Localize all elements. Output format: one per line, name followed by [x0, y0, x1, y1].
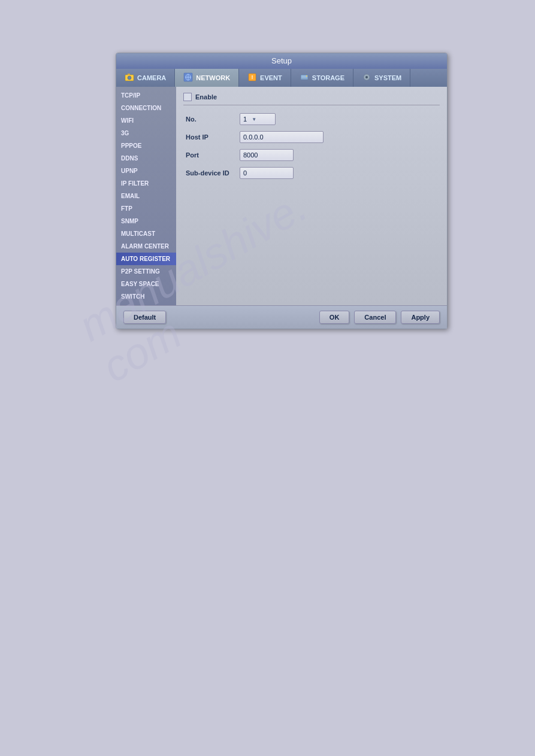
- form-row-no: No. 1: [183, 110, 440, 128]
- apply-button[interactable]: Apply: [401, 311, 440, 324]
- sidebar-item-multicast[interactable]: MULTICAST: [116, 227, 176, 240]
- tab-event[interactable]: ! EVENT: [239, 69, 291, 87]
- sidebar-item-ddns[interactable]: DDNS: [116, 152, 176, 165]
- tab-bar: CAMERA NETWORK ! EVENT: [116, 69, 447, 87]
- tab-camera-label: CAMERA: [137, 74, 166, 81]
- system-icon: [362, 72, 371, 83]
- tab-system-label: SYSTEM: [374, 74, 401, 81]
- sidebar-item-tcp-ip[interactable]: TCP/IP: [116, 89, 176, 102]
- form-row-sub-device-id: Sub-device ID: [183, 164, 440, 182]
- enable-label: Enable: [195, 93, 217, 101]
- svg-text:!: !: [252, 74, 253, 80]
- sidebar-item-ip-filter[interactable]: IP FILTER: [116, 177, 176, 190]
- sidebar-item-snmp[interactable]: SNMP: [116, 215, 176, 227]
- svg-rect-2: [128, 74, 130, 75]
- event-icon: !: [247, 72, 257, 83]
- label-port: Port: [183, 146, 237, 164]
- tab-storage[interactable]: STORAGE: [291, 69, 353, 87]
- sidebar-item-upnp[interactable]: UPNP: [116, 165, 176, 177]
- svg-point-1: [128, 76, 131, 80]
- default-button[interactable]: Default: [123, 311, 166, 324]
- camera-icon: [125, 72, 134, 83]
- sidebar-item-pppoe[interactable]: PPPOE: [116, 139, 176, 152]
- sidebar-item-alarm-center[interactable]: ALARM CENTER: [116, 240, 176, 253]
- tab-event-label: EVENT: [260, 74, 282, 81]
- sidebar-item-email[interactable]: EMAIL: [116, 190, 176, 202]
- bottom-bar: Default OK Cancel Apply: [116, 305, 447, 329]
- tab-system[interactable]: SYSTEM: [353, 69, 410, 87]
- form-row-host-ip: Host IP: [183, 128, 440, 146]
- input-port[interactable]: [240, 149, 294, 161]
- label-no: No.: [183, 110, 237, 128]
- sidebar-item-3g[interactable]: 3G: [116, 127, 176, 139]
- setup-dialog: Setup CAMERA NETWORK: [116, 53, 448, 329]
- storage-icon: [300, 72, 309, 83]
- tab-network-label: NETWORK: [196, 74, 230, 81]
- label-host-ip: Host IP: [183, 128, 237, 146]
- enable-row: Enable: [183, 93, 440, 105]
- sidebar-item-p2p-setting[interactable]: P2P SETTING: [116, 265, 176, 278]
- input-no[interactable]: 1: [240, 113, 276, 125]
- enable-checkbox[interactable]: [183, 93, 192, 101]
- sidebar-item-switch[interactable]: SWITCH: [116, 290, 176, 303]
- tab-network[interactable]: NETWORK: [175, 69, 239, 87]
- label-sub-device-id: Sub-device ID: [183, 164, 237, 182]
- svg-point-14: [365, 76, 368, 78]
- sidebar: TCP/IP CONNECTION WIFI 3G PPPOE DDNS UPN…: [116, 87, 176, 305]
- content-panel: Enable No. 1 Host IP: [176, 87, 447, 305]
- input-sub-device-id[interactable]: [240, 167, 294, 179]
- network-icon: [183, 72, 193, 83]
- setup-title: Setup: [116, 53, 447, 69]
- sidebar-item-wifi[interactable]: WIFI: [116, 114, 176, 127]
- form-row-port: Port: [183, 146, 440, 164]
- sidebar-item-auto-register[interactable]: AUTO REGISTER: [116, 253, 176, 265]
- tab-camera[interactable]: CAMERA: [116, 69, 175, 87]
- main-content: TCP/IP CONNECTION WIFI 3G PPPOE DDNS UPN…: [116, 87, 447, 305]
- sidebar-item-easy-space[interactable]: EASY SPACE: [116, 278, 176, 290]
- tab-storage-label: STORAGE: [312, 74, 344, 81]
- form-table: No. 1 Host IP Port: [183, 110, 440, 182]
- action-buttons: OK Cancel Apply: [319, 311, 440, 324]
- cancel-button[interactable]: Cancel: [354, 311, 396, 324]
- svg-rect-11: [301, 77, 307, 78]
- sidebar-item-ftp[interactable]: FTP: [116, 202, 176, 215]
- sidebar-item-connection[interactable]: CONNECTION: [116, 102, 176, 114]
- input-host-ip[interactable]: [240, 131, 324, 143]
- svg-rect-12: [306, 75, 307, 77]
- ok-button[interactable]: OK: [319, 311, 350, 324]
